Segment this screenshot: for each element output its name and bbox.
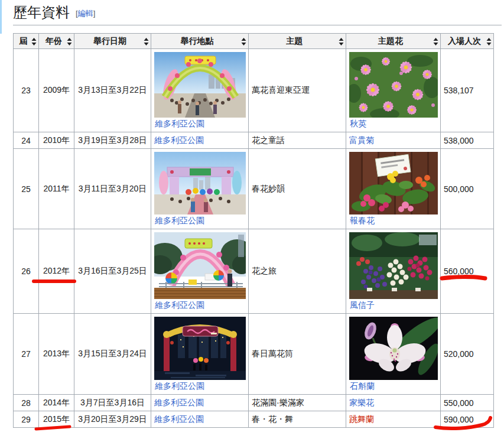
theme-cell: 花之旅 <box>249 229 346 314</box>
edition-cell: 23 <box>14 49 39 132</box>
venue-link[interactable]: 維多利亞公園 <box>155 381 245 392</box>
theme-cell: 萬花喜迎東亞運 <box>249 49 346 132</box>
flower-photo-primrose[interactable] <box>349 152 438 214</box>
col-header-theme-flower[interactable]: 主題花 <box>346 34 441 49</box>
edit-link[interactable]: 編輯 <box>78 9 93 18</box>
sort-icon <box>241 38 246 46</box>
col-header-label: 入場人次 <box>448 36 481 46</box>
flower-redlink[interactable]: 跳舞蘭 <box>349 414 374 424</box>
sort-icon <box>433 38 438 46</box>
col-header-label: 屆 <box>19 36 28 46</box>
col-header-attendance[interactable]: 入場人次 <box>441 34 494 49</box>
theme-cell: 春花妙韻 <box>249 149 346 229</box>
flower-link[interactable]: 報春花 <box>350 216 437 226</box>
table-row: 29 2015年 3月20日至3月29日 維多利亞公園 春・花・舞 跳舞蘭 59… <box>14 411 494 428</box>
theme-cell: 花之童話 <box>249 132 346 149</box>
venue-cell: 維多利亞公園 <box>151 49 249 132</box>
flower-link[interactable]: 富貴菊 <box>349 135 374 145</box>
flower-cell: 秋英 <box>346 49 441 132</box>
flower-link[interactable]: 風信子 <box>350 300 437 311</box>
venue-link[interactable]: 維多利亞公園 <box>154 398 204 407</box>
venue-cell: 維多利亞公園 <box>151 395 249 411</box>
dates-cell: 3月11日至3月20日 <box>74 149 151 229</box>
attendance-cell: 550,000 <box>441 395 494 411</box>
venue-cell: 維多利亞公園 <box>151 149 249 229</box>
col-header-label: 舉行地點 <box>181 36 214 46</box>
col-header-label: 主題 <box>287 36 303 46</box>
venue-cell: 維多利亞公園 <box>151 132 249 149</box>
venue-link[interactable]: 維多利亞公園 <box>154 414 204 424</box>
venue-link[interactable]: 維多利亞公園 <box>154 135 204 145</box>
theme-cell: 花滿園·樂滿家 <box>249 395 346 411</box>
edition-cell: 24 <box>14 132 39 149</box>
header-row: 屆 年份 舉行日期 舉行地點 主題 主題花 入場人次 <box>14 34 494 49</box>
edition-cell: 25 <box>14 149 39 229</box>
flower-link[interactable]: 石斛蘭 <box>350 381 437 392</box>
attendance-cell: 538,107 <box>441 49 494 132</box>
col-header-edition[interactable]: 屆 <box>14 34 39 49</box>
venue-cell: 維多利亞公園 <box>151 314 249 395</box>
flower-link[interactable]: 家樂花 <box>349 398 374 407</box>
col-header-label: 舉行日期 <box>93 36 126 46</box>
table-row: 25 2011年 3月11日至3月20日 <box>14 149 494 229</box>
venue-link[interactable]: 維多利亞公園 <box>155 119 245 129</box>
table-row: 28 2014年 3月7日至3月16日 維多利亞公園 花滿園·樂滿家 家樂花 5… <box>14 395 494 411</box>
flower-photo-cosmos[interactable] <box>349 52 438 118</box>
flower-photo-orchid[interactable] <box>349 317 438 380</box>
flower-cell: 石斛蘭 <box>346 314 441 395</box>
col-header-dates[interactable]: 舉行日期 <box>74 34 151 49</box>
flower-cell: 富貴菊 <box>346 132 441 149</box>
sort-icon <box>486 38 492 46</box>
dates-cell: 3月20日至3月29日 <box>74 411 151 428</box>
table-row: 27 2013年 3月15日至3月24日 <box>14 314 494 395</box>
table-row: 24 2010年 3月19日至3月28日 維多利亞公園 花之童話 富貴菊 538… <box>14 132 494 149</box>
year-cell: 2011年 <box>39 149 74 229</box>
year-cell-2015: 2015年 <box>39 411 74 428</box>
edition-cell: 29 <box>14 411 39 428</box>
venue-link[interactable]: 維多利亞公園 <box>155 216 245 226</box>
attendance-cell: 500,000 <box>441 149 494 229</box>
flower-cell: 家樂花 <box>346 395 441 411</box>
venue-link[interactable]: 維多利亞公園 <box>155 300 245 311</box>
theme-cell: 春・花・舞 <box>249 411 346 428</box>
sort-icon <box>31 38 37 46</box>
edition-cell: 28 <box>14 395 39 411</box>
edit-section: [編輯] <box>76 9 95 18</box>
table-row: 26 2012年 3月16日至3月25日 <box>14 229 494 314</box>
dates-cell: 3月7日至3月16日 <box>74 395 151 411</box>
flower-link[interactable]: 秋英 <box>350 119 437 129</box>
dates-cell: 3月19日至3月28日 <box>74 132 151 149</box>
year-cell: 2013年 <box>39 314 74 395</box>
content-left-border <box>0 0 2 34</box>
sort-icon <box>67 38 72 46</box>
col-header-year[interactable]: 年份 <box>39 34 74 49</box>
col-header-theme[interactable]: 主題 <box>249 34 346 49</box>
flower-photo-hyacinth[interactable] <box>349 232 438 299</box>
venue-photo-2011[interactable] <box>154 152 246 214</box>
dates-cell: 3月16日至3月25日 <box>74 229 151 314</box>
attendance-cell: 520,000 <box>441 314 494 395</box>
table-row: 23 2009年 3月13日至3月22日 <box>14 49 494 132</box>
col-header-label: 主題花 <box>378 36 403 46</box>
flower-cell: 跳舞蘭 <box>346 411 441 428</box>
sort-icon <box>339 38 344 46</box>
theme-cell: 春日萬花筒 <box>249 314 346 395</box>
venue-photo-2012[interactable] <box>154 232 246 299</box>
year-cell: 2010年 <box>39 132 74 149</box>
year-cell-2012: 2012年 <box>39 229 74 314</box>
sort-icon <box>144 38 149 46</box>
year-cell: 2014年 <box>39 395 74 411</box>
history-table: 屆 年份 舉行日期 舉行地點 主題 主題花 入場人次 23 2009年 3月13… <box>13 33 494 428</box>
flower-cell: 報春花 <box>346 149 441 229</box>
col-header-venue[interactable]: 舉行地點 <box>151 34 249 49</box>
dates-cell: 3月15日至3月24日 <box>74 314 151 395</box>
edit-bracket-close: ] <box>93 9 96 18</box>
venue-cell: 維多利亞公園 <box>151 229 249 314</box>
attendance-cell: 538,000 <box>441 132 494 149</box>
dates-cell: 3月13日至3月22日 <box>74 49 151 132</box>
edition-cell: 27 <box>14 314 39 395</box>
venue-photo-2009[interactable] <box>154 52 246 118</box>
venue-photo-2013-night[interactable] <box>154 317 246 380</box>
edition-cell: 26 <box>14 229 39 314</box>
year-cell: 2009年 <box>39 49 74 132</box>
